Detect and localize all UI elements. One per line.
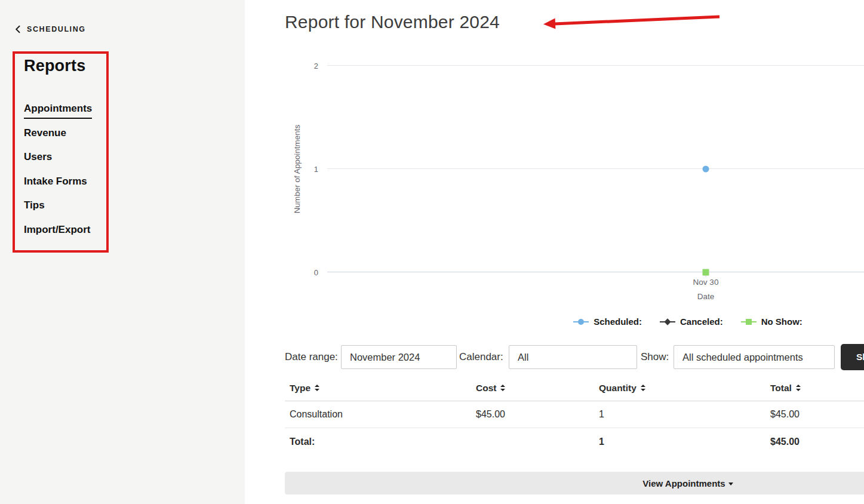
cell-total-label: Total: <box>285 437 476 447</box>
date-range-input[interactable] <box>341 345 457 369</box>
cell-total-quantity: 1 <box>599 437 770 447</box>
sidebar: SCHEDULING Reports Appointments Revenue … <box>0 0 245 504</box>
gridline <box>327 65 864 66</box>
sort-icon[interactable] <box>315 385 319 391</box>
sidebar-item-revenue[interactable]: Revenue <box>24 127 92 152</box>
sort-icon[interactable] <box>500 385 505 391</box>
cell-total-amount: $45.00 <box>770 437 864 447</box>
no-show-marker-icon <box>741 318 757 325</box>
gridline <box>327 272 864 272</box>
column-header-cost[interactable]: Cost <box>476 383 599 394</box>
table-header-row: Type Cost Quantity Total <box>285 375 864 401</box>
show-button[interactable]: Show <box>841 344 864 370</box>
gridline <box>327 168 864 169</box>
show-select[interactable] <box>674 345 835 369</box>
cell-total: $45.00 <box>770 409 864 420</box>
data-point-circle <box>703 166 709 173</box>
table-row: Consultation $45.00 1 $45.00 <box>285 401 864 428</box>
show-label: Show: <box>641 345 669 369</box>
back-to-scheduling-link[interactable]: SCHEDULING <box>14 25 86 33</box>
legend-item-no-show: No Show: <box>741 316 802 327</box>
scheduled-marker-icon <box>573 318 589 325</box>
calendar-select[interactable] <box>509 345 637 369</box>
y-axis-label: Number of Appointments <box>293 125 302 214</box>
canceled-marker-icon <box>660 318 675 325</box>
cell-quantity: 1 <box>599 409 770 420</box>
cell-cost: $45.00 <box>476 409 599 420</box>
appointments-table: Type Cost Quantity Total Consultation $4… <box>285 375 864 455</box>
back-link-label: SCHEDULING <box>27 25 86 33</box>
y-tick-labels: 012 <box>306 66 322 272</box>
reports-nav: Appointments Revenue Users Intake Forms … <box>24 103 92 248</box>
table-total-row: Total: 1 $45.00 <box>285 428 864 455</box>
sort-icon[interactable] <box>796 385 801 391</box>
y-tick-label: 1 <box>314 165 318 174</box>
chevron-left-icon <box>14 25 22 33</box>
legend-label: Scheduled: <box>594 316 642 327</box>
sidebar-item-appointments[interactable]: Appointments <box>24 103 92 127</box>
legend-label: Canceled: <box>680 316 723 327</box>
chart-plot-area <box>327 66 864 272</box>
legend-item-scheduled: Scheduled: <box>573 316 642 327</box>
chart-legend: Scheduled: Canceled: No Show: <box>285 316 864 327</box>
view-appointments-button[interactable]: View Appointments <box>285 472 864 494</box>
column-header-type[interactable]: Type <box>285 383 476 394</box>
data-point-square <box>703 269 709 276</box>
sidebar-item-import-export[interactable]: Import/Export <box>24 224 92 248</box>
sidebar-heading: Reports <box>24 57 85 75</box>
sidebar-item-users[interactable]: Users <box>24 151 92 176</box>
column-header-quantity[interactable]: Quantity <box>599 383 770 394</box>
date-range-label: Date range: <box>285 345 338 369</box>
page-title: Report for November 2024 <box>285 12 500 32</box>
x-tick-label: Nov 30 <box>327 278 864 287</box>
y-tick-label: 2 <box>314 62 318 70</box>
main-content: Report for November 2024 Number of Appoi… <box>285 0 864 504</box>
legend-label: No Show: <box>761 316 802 327</box>
sidebar-item-intake-forms[interactable]: Intake Forms <box>24 176 92 200</box>
sidebar-item-tips[interactable]: Tips <box>24 199 92 224</box>
y-tick-label: 0 <box>314 268 318 277</box>
calendar-label: Calendar: <box>459 345 503 369</box>
legend-item-canceled: Canceled: <box>660 316 723 327</box>
sort-icon[interactable] <box>641 385 645 391</box>
column-header-total[interactable]: Total <box>770 383 864 394</box>
caret-down-icon <box>728 483 733 485</box>
filter-bar: Date range: Calendar: Show: Show <box>285 344 864 370</box>
x-axis-label: Date <box>327 292 864 301</box>
cell-type: Consultation <box>285 409 476 420</box>
